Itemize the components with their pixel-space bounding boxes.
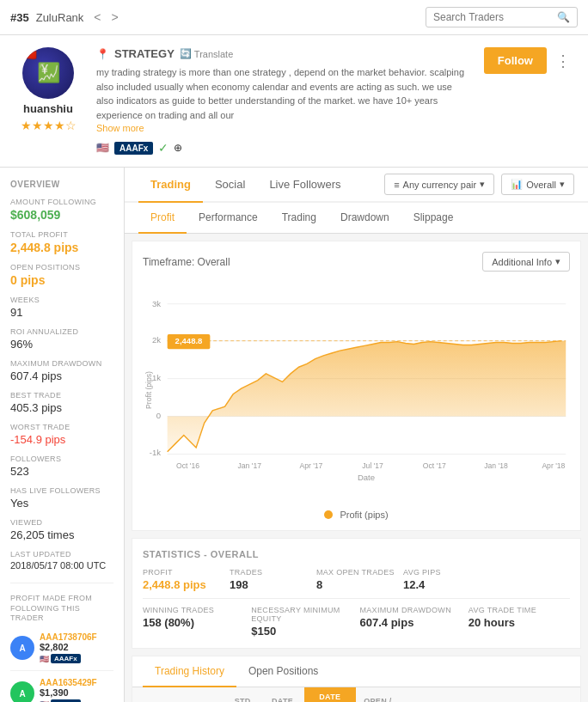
share-icon: ⊕ [174, 142, 182, 154]
follow-button[interactable]: Follow [484, 47, 547, 74]
sub-tabs-row: Profit Performance Trading Drawdown Slip… [125, 203, 588, 234]
svg-text:0: 0 [156, 411, 161, 420]
best-trade-item: BEST TRADE 405.3 pips [10, 391, 113, 414]
chart-section: Timeframe: Overall Additional Info ▾ 3k … [132, 241, 581, 531]
sub-tab-drawdown[interactable]: Drawdown [328, 203, 401, 234]
roi-value: 96% [10, 338, 113, 351]
weeks-label: WEEKS [10, 296, 113, 304]
stat-max-drawdown: MAXIMUM DRAWDOWN 607.4 pips [360, 606, 462, 638]
follower-name-1[interactable]: AAA1738706F [40, 632, 113, 642]
legend-dot [324, 510, 333, 519]
stat-winning: WINNING TRADES 158 (80%) [143, 606, 244, 638]
weeks-value: 91 [10, 306, 113, 319]
profit-following-title: PROFIT MADE FROM FOLLOWING THIS TRADER [10, 594, 113, 624]
overall-dropdown[interactable]: 📊 Overall ▾ [501, 174, 574, 195]
chart-svg: 3k 2k 1k 0 -1k Profit (pips) [143, 278, 570, 502]
rank-section: #35 ZuluRank < > [10, 9, 122, 26]
more-options-button[interactable]: ⋮ [552, 48, 574, 74]
stat-profit-label: PROFIT [143, 568, 223, 577]
amount-following-label: AMOUNT FOLLOWING [10, 198, 113, 206]
follower-broker-1: 🇺🇸 AAAFx [40, 654, 113, 663]
legend-label: Profit (pips) [340, 510, 388, 520]
top-bar: #35 ZuluRank < > 🔍 [0, 0, 588, 35]
main-tabs-row: Trading Social Live Followers ≡ Any curr… [125, 168, 588, 203]
roi-item: ROI ANNUALIZED 96% [10, 327, 113, 351]
location-icon: 📍 [96, 48, 109, 60]
svg-text:Oct '17: Oct '17 [423, 461, 446, 470]
tab-live-followers[interactable]: Live Followers [257, 168, 352, 203]
stat-trades: TRADES 198 [230, 568, 309, 591]
followers-value: 523 [10, 465, 113, 478]
history-tab-trading[interactable]: Trading History [143, 656, 236, 687]
stat-avg-trade-time: AVG TRADE TIME 20 hours [469, 606, 570, 638]
follower-info-1: AAA1738706F $2,802 🇺🇸 AAAFx [40, 632, 113, 663]
stat-trades-value: 198 [230, 578, 309, 591]
viewed-label: VIEWED [10, 518, 113, 527]
search-input[interactable] [433, 11, 554, 23]
svg-text:Jul '17: Jul '17 [362, 461, 383, 470]
col-low: LOW [431, 687, 460, 702]
prev-rank-button[interactable]: < [90, 9, 104, 26]
total-profit-value: 2,448.8 pips [10, 241, 113, 254]
strategy-title: STRATEGY [114, 47, 175, 60]
stat-avg-trade-time-value: 20 hours [469, 616, 570, 629]
broker-info: 🇺🇸 AAAFx ✓ ⊕ [96, 141, 470, 155]
roi-label: ROI ANNUALIZED [10, 327, 113, 336]
last-updated-value: 2018/05/17 08:00 UTC [10, 560, 113, 571]
avatar-section: 💹 🇨🇳 huanshiu ★★★★☆ [14, 47, 83, 132]
worst-trade-label: WORST TRADE [10, 423, 113, 431]
stat-winning-label: WINNING TRADES [143, 606, 244, 614]
username: huanshiu [23, 102, 73, 115]
sub-tab-trading[interactable]: Trading [270, 203, 328, 234]
svg-text:1k: 1k [152, 373, 161, 382]
amount-following-value: $608,059 [10, 208, 113, 222]
chart-legend: Profit (pips) [143, 510, 570, 520]
translate-link[interactable]: 🔄 Translate [180, 48, 233, 59]
rank-label: ZuluRank [36, 11, 84, 24]
overview-title: OVERVIEW [10, 180, 113, 189]
show-more-link[interactable]: Show more [96, 123, 144, 133]
currency-pair-icon: ≡ [394, 180, 399, 190]
history-table: CURRENCY TYPE STD LOTS DATE OPEN DATE CL… [132, 687, 580, 702]
sub-tab-slippage[interactable]: Slippage [401, 203, 466, 234]
stat-avg-pips: AVG PIPS 12.4 [403, 568, 483, 591]
additional-info-button[interactable]: Additional Info ▾ [482, 252, 570, 272]
stat-min-equity-value: $150 [251, 625, 352, 638]
stat-max-drawdown-label: MAXIMUM DRAWDOWN [360, 606, 462, 614]
sub-tab-performance[interactable]: Performance [187, 203, 270, 234]
col-high: HIGH [400, 687, 431, 702]
statistics-section: STATISTICS - OVERALL PROFIT 2,448.8 pips… [132, 538, 581, 649]
sub-tab-profit[interactable]: Profit [138, 203, 187, 234]
weeks-item: WEEKS 91 [10, 296, 113, 319]
chart-timeframe-label: Timeframe: Overall [143, 256, 230, 268]
follower-profit-2: $1,390 [40, 687, 113, 698]
history-tab-open[interactable]: Open Positions [236, 656, 330, 687]
amount-following-item: AMOUNT FOLLOWING $608,059 [10, 198, 113, 222]
star-rating: ★★★★☆ [21, 119, 77, 132]
tab-trading[interactable]: Trading [138, 168, 203, 203]
trading-history-section: Trading History Open Positions CURRENCY … [132, 656, 581, 702]
tab-social[interactable]: Social [203, 168, 257, 203]
follower-info-2: AAA1635429F $1,390 🇺🇸 AAAFx [40, 678, 113, 702]
col-date-open: DATE OPEN [260, 687, 304, 702]
next-rank-button[interactable]: > [108, 9, 122, 26]
chart-header: Timeframe: Overall Additional Info ▾ [143, 252, 570, 272]
live-followers-item: HAS LIVE FOLLOWERS Yes [10, 486, 113, 510]
avatar: 💹 🇨🇳 [22, 47, 74, 99]
worst-trade-item: WORST TRADE -154.9 pips [10, 423, 113, 446]
currency-pair-label: Any currency pair [403, 180, 477, 190]
flag-icon: 🇺🇸 [96, 142, 109, 154]
country-flag: 🇨🇳 [24, 49, 37, 61]
currency-pair-dropdown[interactable]: ≡ Any currency pair ▾ [384, 174, 494, 195]
profile-actions: Follow ⋮ [484, 47, 574, 74]
svg-text:-1k: -1k [150, 448, 161, 457]
follower-broker-badge-1: AAAFx [51, 654, 81, 663]
follower-name-2[interactable]: AAA1635429F [40, 678, 113, 687]
chevron-down-icon-2: ▾ [560, 179, 565, 190]
translate-icon: 🔄 [180, 48, 192, 59]
profit-from-following-section: PROFIT MADE FROM FOLLOWING THIS TRADER A… [10, 583, 113, 702]
search-box[interactable]: 🔍 [426, 7, 578, 27]
open-positions-item: OPEN POSITIONS 0 pips [10, 263, 113, 287]
viewed-item: VIEWED 26,205 times [10, 518, 113, 541]
stat-avg-pips-label: AVG PIPS [403, 568, 483, 577]
